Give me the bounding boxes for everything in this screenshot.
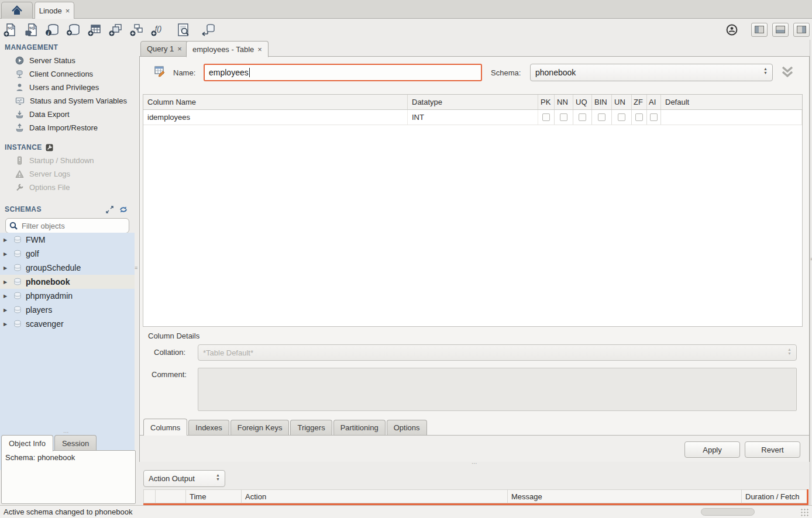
cell-datatype[interactable]: INT [408,110,538,125]
create-procedure-button[interactable] [126,21,147,39]
output-col-message[interactable]: Message [508,490,742,503]
expander-icon[interactable]: ▶ [4,237,9,243]
sidebar-item-startup-shutdown[interactable]: Startup / Shutdown [0,154,135,167]
spinner-arrows-icon[interactable]: ▲▼ [763,67,768,75]
schema-row-groupschedule[interactable]: ▶ groupSchedule [0,261,135,275]
header-bin[interactable]: BIN [592,95,612,109]
nn-checkbox[interactable] [560,113,567,121]
uq-checkbox[interactable] [579,113,586,121]
right-sidebar-splitter[interactable]: ≡ [810,40,812,505]
expander-icon[interactable]: ▶ [4,251,9,257]
output-col-time[interactable]: Time [186,490,242,503]
toggle-left-panel-button[interactable] [751,23,768,37]
subtab-foreign-keys[interactable]: Foreign Keys [230,420,290,435]
search-table-data-button[interactable] [173,21,194,39]
close-icon[interactable]: × [177,44,182,53]
tab-query-1[interactable]: Query 1 × [140,41,188,57]
toggle-right-panel-button[interactable] [793,23,810,37]
schema-row-scavenger[interactable]: ▶ scavenger [0,317,135,331]
header-nn[interactable]: NN [555,95,573,109]
tab-session[interactable]: Session [54,435,97,451]
output-col-duration[interactable]: Duration / Fetch [742,490,808,503]
sidebar-item-data-import[interactable]: Data Import/Restore [0,121,135,134]
header-ai[interactable]: AI [647,95,661,109]
schema-filter-input[interactable] [22,222,115,230]
sidebar-item-options-file[interactable]: Options File [0,181,135,194]
spinner-arrows-icon: ▲▼ [787,347,792,355]
create-function-button[interactable]: f() [147,21,168,39]
create-schema-button[interactable] [63,21,84,39]
expander-icon[interactable]: ▶ [4,279,9,285]
subtab-partitioning[interactable]: Partitioning [333,420,386,435]
tab-object-info[interactable]: Object Info [1,435,53,451]
inspect-database-icon: i [44,22,61,37]
window-tab-bar: Linode × [0,0,812,19]
connection-tab-linode[interactable]: Linode × [35,2,74,19]
reconnect-dbms-button[interactable] [198,21,219,39]
bin-checkbox[interactable] [598,113,605,121]
subtab-indexes[interactable]: Indexes [188,420,229,435]
schema-row-phpmyadmin[interactable]: ▶ phpmyadmin [0,289,135,303]
inspect-database-button[interactable]: i [42,21,63,39]
header-default[interactable]: Default [661,95,802,109]
revert-button[interactable]: Revert [745,441,800,458]
create-table-button[interactable] [84,21,105,39]
close-icon[interactable]: × [66,6,70,15]
sidebar-item-server-status[interactable]: Server Status [0,54,135,67]
refresh-schemas-icon[interactable] [119,206,128,213]
zf-checkbox[interactable] [635,113,643,121]
un-checkbox[interactable] [618,113,625,121]
toggle-bottom-panel-button[interactable] [772,23,789,37]
ai-checkbox[interactable] [650,113,658,121]
apply-button[interactable]: Apply [684,441,740,458]
window-resize-grip[interactable] [800,508,808,516]
tab-employees-table[interactable]: employees - Table × [186,41,269,57]
new-sql-tab-button[interactable]: SQL [0,21,21,39]
expand-schemas-icon[interactable] [106,206,113,213]
comment-textarea[interactable] [198,368,797,411]
schema-row-phonebook[interactable]: ▶ phonebook [0,275,135,289]
header-uq[interactable]: UQ [573,95,592,109]
table-name-input[interactable]: employees [204,64,482,81]
output-splitter[interactable]: ⋯ [139,462,810,468]
header-pk[interactable]: PK [538,95,555,109]
home-tab[interactable] [1,2,33,19]
expander-icon[interactable]: ▶ [4,322,9,327]
sidebar-item-status-system-variables[interactable]: Status and System Variables [0,94,135,108]
user-indicator-icon[interactable] [725,23,738,36]
schema-select[interactable]: phonebook ▲▼ [530,64,773,81]
expand-header-chevron-icon[interactable] [780,65,795,79]
header-datatype[interactable]: Datatype [408,95,538,109]
header-un[interactable]: UN [612,95,632,109]
sidebar-item-data-export[interactable]: Data Export [0,108,135,121]
expander-icon[interactable]: ▶ [4,293,9,299]
subtab-columns[interactable]: Columns [143,419,187,436]
schema-filter[interactable] [5,218,129,233]
output-type-select[interactable]: Action Output ▲▼ [143,470,225,487]
column-row-idemployees[interactable]: idemployees INT [143,110,802,125]
output-col-action[interactable]: Action [242,490,508,503]
cell-default[interactable] [661,110,802,125]
main-editor-area: Query 1 × employees - Table × Name: empl… [139,40,810,505]
create-view-button[interactable] [105,21,126,39]
expander-icon[interactable]: ▶ [4,308,9,313]
sidebar-item-users-privileges[interactable]: Users and Privileges [0,81,135,94]
open-sql-script-button[interactable]: SQL [21,21,42,39]
subtab-triggers[interactable]: Triggers [290,420,332,435]
horizontal-scrollbar-thumb[interactable] [701,508,755,516]
sidebar-item-client-connections[interactable]: Client Connections [0,67,135,81]
header-zf[interactable]: ZF [632,95,647,109]
sidebar-item-server-logs[interactable]: Server Logs [0,167,135,181]
schema-row-fwm[interactable]: ▶ FWM [0,233,135,247]
pk-checkbox[interactable] [542,113,550,121]
collation-select[interactable]: *Table Default* ▲▼ [198,344,797,361]
object-info-panel: ⋯ Object Info Session Schema: phonebook [0,430,138,505]
schema-row-golf[interactable]: ▶ golf [0,247,135,261]
close-icon[interactable]: × [257,45,262,54]
cell-column-name[interactable]: idemployees [143,110,408,125]
schema-row-players[interactable]: ▶ players [0,303,135,317]
search-table-data-icon [176,22,191,37]
subtab-options[interactable]: Options [387,420,427,435]
header-column-name[interactable]: Column Name [143,95,408,109]
expander-icon[interactable]: ▶ [4,265,9,271]
